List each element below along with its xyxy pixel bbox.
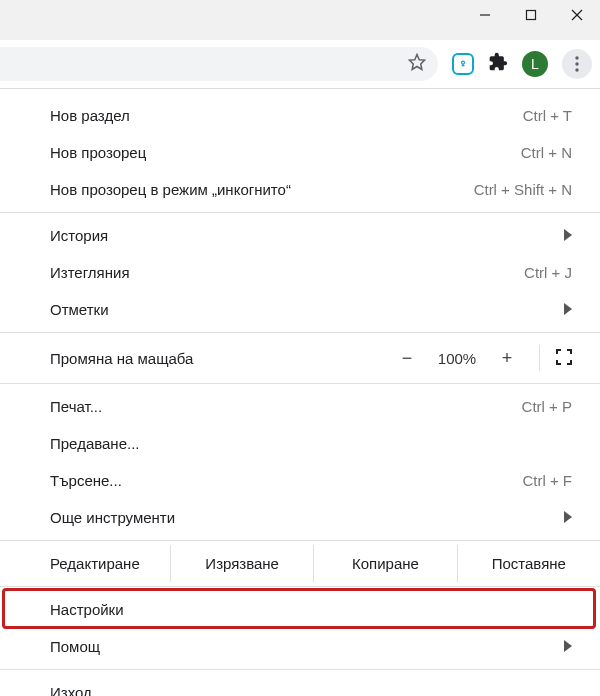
menu-item-settings[interactable]: Настройки — [0, 591, 600, 628]
menu-label: Предаване... — [50, 435, 140, 452]
menu-item-history[interactable]: История — [0, 217, 600, 254]
zoom-value: 100% — [429, 350, 485, 367]
window-maximize-button[interactable] — [508, 0, 554, 30]
menu-divider — [0, 383, 600, 384]
menu-item-zoom: Промяна на мащаба − 100% + — [0, 337, 600, 379]
menu-item-bookmarks[interactable]: Отметки — [0, 291, 600, 328]
window-titlebar — [0, 0, 600, 40]
zoom-separator — [539, 345, 540, 371]
submenu-arrow-icon — [564, 227, 572, 244]
menu-label: Печат... — [50, 398, 102, 415]
menu-item-edit-row: Редактиране Изрязване Копиране Поставяне — [0, 545, 600, 582]
menu-item-help[interactable]: Помощ — [0, 628, 600, 665]
menu-label: Настройки — [50, 601, 124, 618]
menu-label: Промяна на мащаба — [50, 350, 385, 367]
menu-label: Отметки — [50, 301, 109, 318]
window-minimize-button[interactable] — [462, 0, 508, 30]
svg-marker-9 — [564, 229, 572, 241]
svg-marker-4 — [410, 55, 425, 70]
menu-item-downloads[interactable]: Изтегляния Ctrl + J — [0, 254, 600, 291]
menu-shortcut: Ctrl + P — [522, 398, 572, 415]
menu-item-new-window[interactable]: Нов прозорец Ctrl + N — [0, 134, 600, 171]
profile-avatar[interactable]: L — [522, 51, 548, 77]
app-menu-button[interactable] — [562, 49, 592, 79]
menu-divider — [0, 212, 600, 213]
menu-label: Търсене... — [50, 472, 122, 489]
menu-item-more-tools[interactable]: Още инструменти — [0, 499, 600, 536]
window-close-button[interactable] — [554, 0, 600, 30]
menu-item-exit[interactable]: Изход — [0, 674, 600, 696]
svg-rect-1 — [527, 11, 536, 20]
app-menu: Нов раздел Ctrl + T Нов прозорец Ctrl + … — [0, 88, 600, 696]
menu-item-incognito[interactable]: Нов прозорец в режим „инкогнито“ Ctrl + … — [0, 171, 600, 208]
svg-point-7 — [575, 62, 578, 65]
svg-point-5 — [462, 61, 465, 64]
menu-label: Нов прозорец в режим „инкогнито“ — [50, 181, 291, 198]
zoom-controls: − 100% + — [385, 345, 582, 371]
browser-toolbar: L — [0, 40, 600, 88]
submenu-arrow-icon — [564, 509, 572, 526]
menu-shortcut: Ctrl + N — [521, 144, 572, 161]
svg-marker-12 — [564, 640, 572, 652]
menu-shortcut: Ctrl + F — [522, 472, 572, 489]
menu-shortcut: Ctrl + Shift + N — [474, 181, 572, 198]
menu-divider — [0, 586, 600, 587]
menu-divider — [0, 540, 600, 541]
menu-divider — [0, 332, 600, 333]
svg-point-8 — [575, 68, 578, 71]
menu-item-cast[interactable]: Предаване... — [0, 425, 600, 462]
menu-label: Нов прозорец — [50, 144, 146, 161]
avatar-letter: L — [531, 56, 539, 72]
menu-label: Изтегляния — [50, 264, 130, 281]
svg-marker-10 — [564, 303, 572, 315]
edit-copy-button[interactable]: Копиране — [313, 545, 456, 582]
extension-icon[interactable] — [452, 53, 474, 75]
menu-label: Изход — [50, 684, 92, 696]
extensions-puzzle-icon[interactable] — [488, 52, 508, 76]
edit-paste-button[interactable]: Поставяне — [457, 545, 600, 582]
menu-label: Помощ — [50, 638, 100, 655]
address-bar-fragment[interactable] — [0, 47, 438, 81]
menu-label: Още инструменти — [50, 509, 175, 526]
zoom-in-button[interactable]: + — [485, 348, 529, 369]
menu-item-find[interactable]: Търсене... Ctrl + F — [0, 462, 600, 499]
menu-shortcut: Ctrl + J — [524, 264, 572, 281]
menu-label: Нов раздел — [50, 107, 130, 124]
svg-point-6 — [575, 56, 578, 59]
menu-shortcut: Ctrl + T — [523, 107, 572, 124]
edit-cut-button[interactable]: Изрязване — [170, 545, 313, 582]
menu-item-new-tab[interactable]: Нов раздел Ctrl + T — [0, 97, 600, 134]
zoom-out-button[interactable]: − — [385, 348, 429, 369]
menu-divider — [0, 669, 600, 670]
submenu-arrow-icon — [564, 301, 572, 318]
edit-label: Редактиране — [0, 545, 170, 582]
menu-label: История — [50, 227, 108, 244]
submenu-arrow-icon — [564, 638, 572, 655]
svg-marker-11 — [564, 511, 572, 523]
fullscreen-button[interactable] — [546, 349, 582, 368]
bookmark-star-icon[interactable] — [408, 53, 426, 75]
menu-item-print[interactable]: Печат... Ctrl + P — [0, 388, 600, 425]
